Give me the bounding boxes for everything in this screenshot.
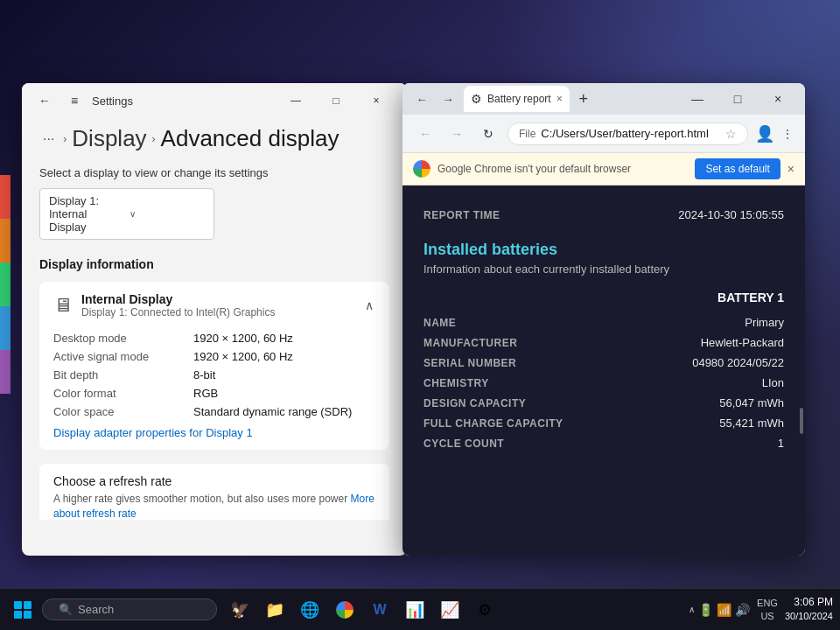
desktop-mode-value: 1920 × 1200, 60 Hz <box>193 332 293 345</box>
addr-forward-button[interactable]: → <box>444 122 469 146</box>
browser-menu-icon[interactable]: ⋮ <box>781 127 794 141</box>
report-time-label: REPORT TIME <box>424 209 500 221</box>
chrome-logo-icon <box>413 160 430 178</box>
display-title-text: Internal Display Display 1: Connected to… <box>81 292 275 318</box>
adapter-properties-link[interactable]: Display adapter properties for Display 1 <box>53 426 375 439</box>
info-row-color-format: Color format RGB <box>53 384 375 402</box>
battery-row-manufacturer: MANUFACTURER Hewlett-Packard <box>424 332 784 353</box>
browser-forward-button[interactable]: → <box>436 87 460 111</box>
battery-report-tab[interactable]: ⚙ Battery report × <box>464 86 570 112</box>
installed-batteries-desc: Information about each currently install… <box>424 262 784 276</box>
taskbar-bird-icon[interactable]: 🦅 <box>224 594 256 626</box>
bookmark-icon[interactable]: ☆ <box>725 127 737 141</box>
settings-window: ← ≡ Settings — □ × ··· › Display › Advan… <box>22 83 407 556</box>
active-signal-label: Active signal mode <box>53 350 193 363</box>
addr-reload-button[interactable]: ↻ <box>476 122 500 146</box>
tab-close-button[interactable]: × <box>556 93 563 105</box>
bird-app-icon: 🦅 <box>230 600 249 620</box>
battery-chemistry-label: CHEMISTRY <box>424 377 489 389</box>
breadcrumb-parent[interactable]: Display <box>72 125 146 152</box>
taskbar-excel-icon[interactable]: 📈 <box>434 594 466 626</box>
battery-tray-icon[interactable]: 🔋 <box>698 603 713 617</box>
battery-cycle-count-label: CYCLE COUNT <box>424 438 504 450</box>
settings-titlebar: ← ≡ Settings — □ × <box>22 83 407 118</box>
desktop-mode-label: Desktop mode <box>53 332 193 345</box>
language-indicator[interactable]: ENGUS <box>757 597 778 622</box>
minimize-button[interactable]: — <box>276 87 316 115</box>
hamburger-menu[interactable]: ≡ <box>62 88 87 113</box>
refresh-rate-card: Choose a refresh rate A higher rate give… <box>39 464 389 520</box>
report-time-row: REPORT TIME 2024-10-30 15:05:55 <box>424 203 784 227</box>
tab-title: Battery report <box>487 93 551 105</box>
powerpoint-icon: 📊 <box>405 600 424 620</box>
battery-row-cycle-count: CYCLE COUNT 1 <box>424 433 784 453</box>
back-button[interactable]: ← <box>32 88 57 113</box>
breadcrumb: ··· › Display › Advanced display <box>22 118 407 152</box>
taskbar-chrome-icon[interactable] <box>329 594 360 626</box>
display-header: 🖥 Internal Display Display 1: Connected … <box>53 292 375 318</box>
browser-minimize-button[interactable]: — <box>677 85 718 113</box>
taskbar-files-icon[interactable]: 📁 <box>259 594 290 626</box>
browser-maximize-button[interactable]: □ <box>718 85 758 113</box>
taskbar: 🔍 Search 🦅 📁 🌐 W 📊 📈 ⚙ ∧ 🔋 📶 🔊 ENGUS <box>0 588 840 630</box>
search-placeholder: Search <box>78 603 114 616</box>
refresh-rate-desc-text: A higher rate gives smoother motion, but… <box>53 493 347 505</box>
search-icon: 🔍 <box>59 603 73 616</box>
display-info-rows: Desktop mode 1920 × 1200, 60 Hz Active s… <box>53 329 375 421</box>
browser-icon: 🌐 <box>300 600 319 620</box>
time-display: 3:06 PM <box>785 595 833 610</box>
breadcrumb-dots[interactable]: ··· <box>39 130 58 149</box>
browser-back-button[interactable]: ← <box>410 87 434 111</box>
battery-cycle-count-value: 1 <box>778 437 784 450</box>
system-tray-icons: ∧ 🔋 📶 🔊 <box>689 603 750 617</box>
addr-back-button[interactable]: ← <box>413 122 438 146</box>
display-information-label: Display information <box>39 257 389 271</box>
default-browser-info-bar: Google Chrome isn't your default browser… <box>402 153 805 186</box>
desktop: ← ≡ Settings — □ × ··· › Display › Advan… <box>0 0 840 630</box>
battery-manufacturer-value: Hewlett-Packard <box>701 336 784 349</box>
bit-depth-label: Bit depth <box>53 368 193 382</box>
battery-full-charge-label: FULL CHARGE CAPACITY <box>424 417 564 430</box>
battery-name-label: NAME <box>424 317 456 329</box>
browser-close-button[interactable]: × <box>758 85 798 113</box>
report-time-value: 2024-10-30 15:05:55 <box>678 208 784 221</box>
battery-chemistry-value: LIon <box>762 376 784 389</box>
taskbar-word-icon[interactable]: W <box>364 594 396 626</box>
taskbar-edge-icon[interactable]: 🌐 <box>294 594 326 626</box>
date-display: 30/10/2024 <box>785 610 833 623</box>
browser-nav-buttons: ← → <box>410 87 460 111</box>
info-row-bit-depth: Bit depth 8-bit <box>53 366 375 384</box>
taskbar-powerpoint-icon[interactable]: 📊 <box>399 594 430 626</box>
color-format-value: RGB <box>193 387 218 400</box>
maximize-button[interactable]: □ <box>316 87 356 115</box>
battery-full-charge-value: 55,421 mWh <box>719 416 784 430</box>
file-protocol-label: File <box>519 128 536 140</box>
excel-icon: 📈 <box>440 600 459 620</box>
wifi-icon[interactable]: 📶 <box>717 603 732 617</box>
set-default-button[interactable]: Set as default <box>695 158 780 179</box>
profile-icon[interactable]: 👤 <box>755 124 774 144</box>
display-title-group: 🖥 Internal Display Display 1: Connected … <box>53 292 275 318</box>
taskbar-search[interactable]: 🔍 Search <box>42 598 217 620</box>
address-input[interactable]: File C:/Users/User/battery-report.html ☆ <box>508 122 748 145</box>
collapse-button[interactable]: ∧ <box>363 297 375 314</box>
taskbar-time[interactable]: 3:06 PM 30/10/2024 <box>785 595 833 623</box>
new-tab-button[interactable]: + <box>571 87 596 111</box>
display-dropdown[interactable]: Display 1: Internal Display ∨ <box>39 188 214 240</box>
win-logo-q2 <box>24 601 32 609</box>
chevron-down-icon: ∨ <box>130 209 205 219</box>
win-logo-q4 <box>24 611 32 619</box>
chevron-up-icon[interactable]: ∧ <box>689 605 695 614</box>
browser-content: REPORT TIME 2024-10-30 15:05:55 Installe… <box>402 186 805 556</box>
scrollbar[interactable] <box>800 408 803 434</box>
info-row-active-signal: Active signal mode 1920 × 1200, 60 Hz <box>53 347 375 366</box>
battery-serial-label: SERIAL NUMBER <box>424 357 516 369</box>
info-bar-close-button[interactable]: × <box>788 162 794 176</box>
battery-header-row: BATTERY 1 <box>424 290 784 312</box>
taskbar-settings-icon[interactable]: ⚙ <box>469 594 500 626</box>
volume-icon[interactable]: 🔊 <box>735 603 750 617</box>
close-button[interactable]: × <box>356 87 396 115</box>
start-button[interactable] <box>7 594 38 626</box>
installed-batteries-title: Installed batteries <box>424 241 784 259</box>
tab-favicon: ⚙ <box>471 92 482 106</box>
